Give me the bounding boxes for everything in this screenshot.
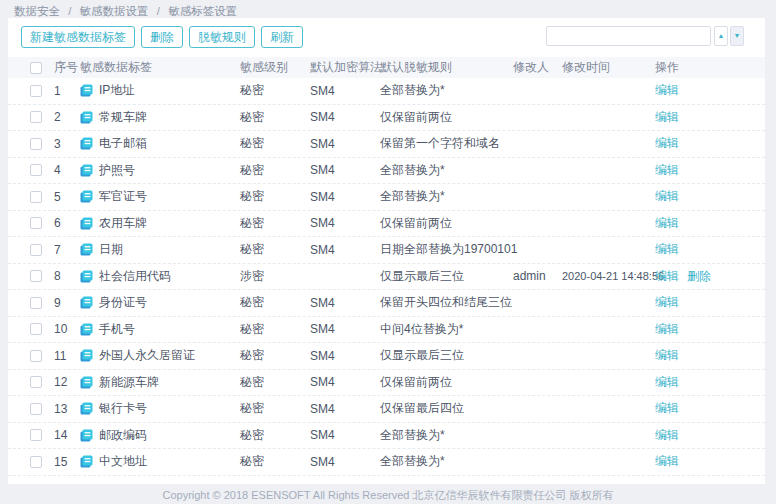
encryption-algorithm: SM4 bbox=[310, 84, 380, 98]
edit-link[interactable]: 编辑 bbox=[655, 375, 679, 389]
sensitivity-level: 秘密 bbox=[240, 427, 310, 444]
row-index: 2 bbox=[46, 110, 72, 124]
table-row: 1IP地址秘密SM4全部替换为*编辑 bbox=[8, 78, 765, 105]
edit-link[interactable]: 编辑 bbox=[655, 428, 679, 442]
row-actions: 编辑删除 bbox=[655, 268, 765, 285]
table-body: 1IP地址秘密SM4全部替换为*编辑2常规车牌秘密SM4仅保留前两位编辑3电子邮… bbox=[8, 78, 765, 476]
row-checkbox[interactable] bbox=[30, 429, 42, 441]
edit-link[interactable]: 编辑 bbox=[655, 242, 679, 256]
sensitivity-level: 秘密 bbox=[240, 135, 310, 152]
masking-rule: 全部替换为* bbox=[380, 453, 513, 470]
edit-link[interactable]: 编辑 bbox=[655, 401, 679, 415]
row-checkbox[interactable] bbox=[30, 350, 42, 362]
tag-name-cell: IP地址 bbox=[72, 82, 240, 99]
edit-link[interactable]: 编辑 bbox=[655, 295, 679, 309]
row-checkbox[interactable] bbox=[30, 244, 42, 256]
tag-name-cell: 日期 bbox=[72, 241, 240, 258]
row-checkbox[interactable] bbox=[30, 85, 42, 97]
sort-down-button[interactable]: ▼ bbox=[730, 26, 744, 46]
encryption-algorithm: SM4 bbox=[310, 402, 380, 416]
tag-name-cell: 电子邮箱 bbox=[72, 135, 240, 152]
tag-icon bbox=[80, 84, 93, 97]
edit-link[interactable]: 编辑 bbox=[655, 110, 679, 124]
row-checkbox[interactable] bbox=[30, 217, 42, 229]
sensitivity-level: 秘密 bbox=[240, 347, 310, 364]
header-masking-rule: 默认脱敏规则 bbox=[380, 59, 513, 76]
refresh-button[interactable]: 刷新 bbox=[261, 26, 303, 48]
select-all-checkbox[interactable] bbox=[30, 62, 42, 74]
sort-up-button[interactable]: ▲ bbox=[714, 26, 728, 46]
filter-input[interactable] bbox=[546, 26, 711, 46]
row-actions: 编辑 bbox=[655, 82, 765, 99]
row-index: 13 bbox=[46, 402, 72, 416]
row-index: 4 bbox=[46, 163, 72, 177]
masking-rules-button[interactable]: 脱敏规则 bbox=[189, 26, 255, 48]
edit-link[interactable]: 编辑 bbox=[655, 189, 679, 203]
header-sensitivity-level: 敏感级别 bbox=[240, 59, 310, 76]
edit-link[interactable]: 编辑 bbox=[655, 348, 679, 362]
row-actions: 编辑 bbox=[655, 162, 765, 179]
sensitivity-level: 涉密 bbox=[240, 268, 310, 285]
masking-rule: 保留第一个字符和域名 bbox=[380, 135, 513, 152]
tag-name: 军官证号 bbox=[99, 188, 147, 205]
encryption-algorithm: SM4 bbox=[310, 455, 380, 469]
edit-link[interactable]: 编辑 bbox=[655, 322, 679, 336]
row-index: 11 bbox=[46, 349, 72, 363]
tag-name-cell: 社会信用代码 bbox=[72, 268, 240, 285]
row-index: 15 bbox=[46, 455, 72, 469]
table-row: 13银行卡号秘密SM4仅保留最后四位编辑 bbox=[8, 396, 765, 423]
row-actions: 编辑 bbox=[655, 453, 765, 470]
masking-rule: 中间4位替换为* bbox=[380, 321, 513, 338]
row-checkbox[interactable] bbox=[30, 403, 42, 415]
breadcrumb-item-sensitive-data-settings[interactable]: 敏感数据设置 bbox=[80, 5, 149, 17]
encryption-algorithm: SM4 bbox=[310, 163, 380, 177]
edit-link[interactable]: 编辑 bbox=[655, 83, 679, 97]
encryption-algorithm: SM4 bbox=[310, 349, 380, 363]
delete-link[interactable]: 删除 bbox=[687, 269, 711, 283]
create-sensitive-tag-button[interactable]: 新建敏感数据标签 bbox=[21, 26, 135, 48]
row-checkbox[interactable] bbox=[30, 111, 42, 123]
edit-link[interactable]: 编辑 bbox=[655, 163, 679, 177]
encryption-algorithm: SM4 bbox=[310, 243, 380, 257]
masking-rule: 日期全部替换为19700101 bbox=[380, 241, 513, 258]
sensitivity-level: 秘密 bbox=[240, 453, 310, 470]
header-index: 序号 bbox=[46, 59, 72, 76]
row-checkbox[interactable] bbox=[30, 297, 42, 309]
row-checkbox[interactable] bbox=[30, 323, 42, 335]
row-checkbox[interactable] bbox=[30, 456, 42, 468]
row-actions: 编辑 bbox=[655, 321, 765, 338]
edit-link[interactable]: 编辑 bbox=[655, 454, 679, 468]
breadcrumb-item-data-security[interactable]: 数据安全 bbox=[14, 5, 60, 17]
table-header: 序号 敏感数据标签 敏感级别 默认加密算法 默认脱敏规则 修改人 修改时间 操作 bbox=[8, 57, 765, 78]
tag-name-cell: 手机号 bbox=[72, 321, 240, 338]
tag-icon bbox=[80, 243, 93, 256]
tag-name: 身份证号 bbox=[99, 294, 147, 311]
row-index: 3 bbox=[46, 137, 72, 151]
encryption-algorithm: SM4 bbox=[310, 428, 380, 442]
row-checkbox[interactable] bbox=[30, 270, 42, 282]
delete-button[interactable]: 删除 bbox=[141, 26, 183, 48]
edit-link[interactable]: 编辑 bbox=[655, 269, 679, 283]
row-checkbox[interactable] bbox=[30, 138, 42, 150]
masking-rule: 仅显示最后三位 bbox=[380, 347, 513, 364]
tag-name: 日期 bbox=[99, 241, 123, 258]
encryption-algorithm: SM4 bbox=[310, 296, 380, 310]
breadcrumb: 数据安全 / 敏感数据设置 / 敏感标签设置 bbox=[0, 0, 776, 18]
row-checkbox[interactable] bbox=[30, 164, 42, 176]
edit-link[interactable]: 编辑 bbox=[655, 216, 679, 230]
tag-name-cell: 护照号 bbox=[72, 162, 240, 179]
row-actions: 编辑 bbox=[655, 374, 765, 391]
table-row: 11外国人永久居留证秘密SM4仅显示最后三位编辑 bbox=[8, 343, 765, 370]
sensitivity-level: 秘密 bbox=[240, 109, 310, 126]
table-row: 12新能源车牌秘密SM4仅保留前两位编辑 bbox=[8, 370, 765, 397]
tag-name-cell: 邮政编码 bbox=[72, 427, 240, 444]
row-checkbox[interactable] bbox=[30, 191, 42, 203]
edit-link[interactable]: 编辑 bbox=[655, 136, 679, 150]
row-actions: 编辑 bbox=[655, 215, 765, 232]
modified-time: 2020-04-21 14:48:56 bbox=[562, 270, 655, 282]
row-actions: 编辑 bbox=[655, 294, 765, 311]
modifier: admin bbox=[513, 269, 562, 283]
tag-name: 银行卡号 bbox=[99, 400, 147, 417]
content-card: 新建敏感数据标签 删除 脱敏规则 刷新 ▲ ▼ 序号 敏感数据标签 敏感级别 默… bbox=[8, 18, 765, 484]
row-checkbox[interactable] bbox=[30, 376, 42, 388]
